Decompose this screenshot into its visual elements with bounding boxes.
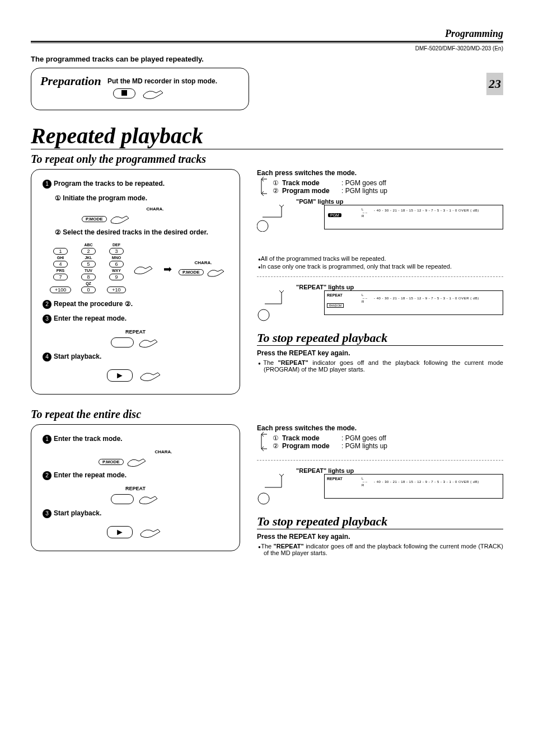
key-5: 5	[81, 261, 96, 267]
section-subtitle-2: To repeat the entire disc	[31, 408, 503, 421]
play-button-illustration: ►	[43, 367, 228, 384]
svg-point-1	[258, 309, 269, 321]
pointer-line-icon	[257, 474, 288, 505]
play-icon: ►	[115, 527, 124, 537]
track-mode-desc: : PGM goes off	[341, 434, 386, 442]
repeat-label: REPEAT	[43, 486, 228, 491]
procedure-box-1: 1Program the tracks to be repeated. ① In…	[31, 169, 240, 395]
hand-press-icon	[205, 265, 228, 279]
step-d2-text: Enter the repeat mode.	[54, 471, 127, 479]
repeat-label: REPEAT	[43, 329, 228, 335]
pmode-button-illustration: CHARA. P.MODE	[99, 449, 228, 469]
step-bullet-2: 2	[43, 300, 51, 309]
step-bullet-3: 3	[43, 509, 51, 518]
pointer-line-icon	[257, 205, 288, 232]
pmode-button: P.MODE	[82, 216, 107, 222]
key-lbl: TUV	[76, 269, 101, 273]
key-lbl	[48, 281, 73, 285]
hand-press-icon	[132, 261, 157, 278]
header: Programming DMF-5020/DMF-3020/MD-203 (En…	[31, 28, 503, 51]
step-bullet-3: 3	[43, 314, 51, 323]
mode-row-1: ①Track mode: PGM goes off	[273, 179, 387, 187]
key-lbl: JKL	[76, 256, 101, 260]
procedure-box-2: 1Enter the track mode. CHARA. P.MODE 2En…	[31, 424, 240, 551]
repeat-button	[111, 337, 134, 348]
dashed-rule	[257, 276, 503, 277]
each-press-label: Each press switches the mode.	[257, 169, 503, 177]
page-number: 23	[486, 73, 503, 95]
stop-title-2: To stop repeated playback	[257, 514, 503, 529]
key-lbl: WXY	[104, 269, 129, 273]
repeat-lights-label: "REPEAT" lights up	[296, 284, 503, 290]
step-3-text: Enter the repeat mode.	[54, 314, 127, 322]
repeat-button-illustration: REPEAT	[43, 329, 228, 350]
step-bullet-4: 4	[43, 353, 51, 361]
section-label: Programming	[31, 28, 503, 40]
pointer-line-icon	[257, 290, 288, 322]
repeat-button-illustration: REPEAT	[43, 486, 228, 507]
track-mode-label: Track mode	[282, 434, 338, 442]
step-d1-text: Enter the track mode.	[54, 435, 123, 443]
step-4: 4Start playback.	[43, 353, 228, 361]
track-mode-label: Track mode	[282, 179, 338, 187]
db-scale: - 40 - 30 - 21 - 18 - 15 - 12 - 9 - 7 - …	[374, 297, 479, 300]
pmode-button: P.MODE	[99, 459, 124, 465]
play-button-illustration: ►	[43, 524, 228, 541]
mode-row-1: ①Track mode: PGM goes off	[273, 434, 387, 442]
program-mode-label: Program mode	[282, 187, 338, 195]
pmode-button-illustration: CHARA. P.MODE	[82, 206, 228, 226]
hand-press-icon	[109, 212, 133, 226]
stop-title-1: To stop repeated playback	[257, 331, 503, 346]
step-2: 2Repeat the procedure ②.	[43, 300, 228, 309]
display-panel-repeat: REPEAT L – –R - 40 - 30 - 21 - 18 - 15 -…	[324, 474, 503, 499]
key-2: 2	[81, 248, 96, 255]
hand-press-icon	[125, 454, 150, 469]
step-4-text: Start playback.	[54, 353, 101, 360]
step-bullet-2: 2	[43, 471, 51, 480]
chara-label: CHARA.	[82, 206, 228, 212]
key-plus100: +100	[50, 287, 71, 293]
key-7: 7	[53, 274, 68, 280]
step-d1: 1Enter the track mode.	[43, 435, 228, 444]
chara-label: CHARA.	[179, 260, 228, 265]
key-lbl: QZ	[76, 281, 101, 285]
page-title: Repeated playback	[31, 123, 503, 149]
key-4: 4	[53, 261, 68, 267]
stop-note-1: The "REPEAT" indicator goes off and the …	[264, 359, 503, 373]
explanation-column-1: Each press switches the mode. ①Track mod…	[257, 169, 503, 374]
step-d3-text: Start playback.	[54, 509, 101, 517]
program-mode-desc: : PGM lights up	[341, 442, 387, 450]
preparation-instruction: Put the MD recorder in stop mode.	[107, 77, 240, 85]
substep-1a: ① Initiate the program mode.	[55, 194, 228, 202]
note-2: In case only one track is programmed, on…	[264, 263, 503, 270]
numeric-keypad: 1 ABC2 DEF3 GHI4 JKL5 MNO6 PRS7 TUV8 WXY…	[48, 243, 129, 294]
key-3: 3	[109, 248, 124, 255]
program-mode-desc: : PGM lights up	[341, 187, 387, 195]
hand-press-icon	[138, 524, 166, 541]
intro-text: The programmed tracks can be played repe…	[31, 55, 503, 63]
section-subtitle-1: To repeat only the programmed tracks	[31, 153, 503, 166]
hand-press-icon	[137, 491, 162, 507]
hand-press-icon	[137, 335, 162, 350]
key-lbl: ABC	[76, 243, 101, 247]
key-6: 6	[109, 261, 124, 267]
explanation-column-2: Each press switches the mode. ①Track mod…	[257, 424, 503, 557]
svg-point-0	[257, 220, 268, 232]
preparation-box: Preparation Put the MD recorder in stop …	[31, 68, 249, 110]
svg-point-2	[258, 493, 269, 504]
key-lbl: GHI	[48, 256, 73, 260]
program-mode-label: Program mode	[282, 442, 338, 450]
step-2-text: Repeat the procedure ②.	[54, 300, 133, 308]
substep-1b-text: Select the desired tracks in the desired…	[63, 228, 208, 236]
step-1: 1Program the tracks to be repeated.	[43, 180, 228, 189]
hand-press-icon	[138, 367, 166, 384]
dashed-rule	[257, 460, 503, 461]
key-lbl: PRS	[48, 269, 73, 273]
stop-sub-1: Press the REPEAT key again.	[257, 349, 503, 357]
step-1-text: Program the tracks to be repeated.	[54, 180, 165, 187]
stop-sub-2: Press the REPEAT key again.	[257, 533, 503, 541]
key-9: 9	[109, 274, 124, 280]
branch-icon	[260, 432, 270, 452]
repeat-button	[111, 494, 134, 504]
db-scale: - 40 - 30 - 21 - 18 - 15 - 12 - 9 - 7 - …	[374, 480, 479, 483]
